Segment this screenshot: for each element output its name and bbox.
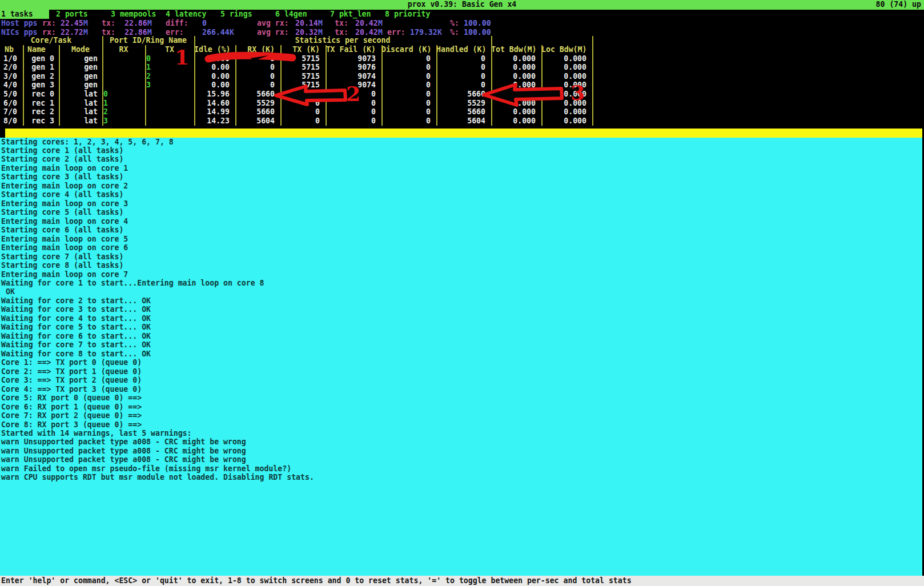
group-header: [491, 36, 592, 45]
table-cell: 0: [381, 81, 436, 90]
table-cell: 1/0: [0, 54, 23, 63]
stat-token: tx:: [335, 19, 348, 27]
log-line: Starting core 3 (all tasks): [1, 172, 123, 182]
table-cell: 0.000: [541, 107, 592, 117]
column-separator: [381, 45, 383, 126]
tab-7-pkt_len[interactable]: 7 pkt_len: [330, 10, 371, 19]
column-separator: [145, 45, 146, 126]
table-cell: 0: [280, 117, 326, 126]
table-cell: 0: [381, 99, 436, 108]
log-output: Starting cores: 1, 2, 3, 4, 5, 6, 7, 8St…: [0, 138, 922, 576]
stat-token: avg rx:: [257, 28, 289, 37]
log-line: Waiting for core 2 to start... OK: [1, 296, 151, 306]
table-cell: 7/0: [0, 107, 23, 117]
log-line: Waiting for core 6 to start... OK: [1, 332, 151, 341]
stat-token: %:: [450, 19, 459, 27]
table-cell: 0: [326, 107, 381, 117]
table-cell: 4/0: [0, 81, 23, 90]
log-line: Core 3: ==> TX port 2 (queue 0): [1, 376, 142, 385]
table-cell: 0.000: [491, 81, 541, 90]
log-line: warn CPU supports RDT but msr module not…: [1, 473, 314, 482]
column-separator: [491, 36, 492, 126]
column-header: Idle (%): [194, 45, 235, 54]
table-cell: 0: [381, 54, 436, 63]
log-line: Started with 14 warnings, last 5 warning…: [1, 429, 191, 438]
table-cell: 5660: [436, 90, 491, 99]
table-cell: 0: [381, 63, 436, 72]
log-line: Entering main loop on core 5: [1, 235, 128, 244]
table-cell: 0.00: [194, 72, 235, 81]
tab-8-priority[interactable]: 8 priority: [385, 10, 430, 19]
table-cell: rec 3: [23, 117, 59, 126]
stat-token: 179.32: [410, 28, 437, 37]
table-cell: 5529: [436, 99, 491, 108]
table-cell: 0: [436, 72, 491, 81]
prox-terminal-screen: prox v0.39: Basic Gen x4 80 (74) up 1 ta…: [0, 0, 924, 586]
table-cell: 0.000: [541, 54, 592, 63]
column-header: Discard (K): [381, 45, 436, 54]
table-cell: 1: [102, 99, 145, 108]
table-cell: rec 2: [23, 107, 59, 117]
table-cell: 0.000: [491, 54, 541, 63]
log-line: warn Unsupported packet type a008 - CRC …: [1, 455, 246, 464]
status-bar: Enter 'help' or command, <ESC> or 'quit'…: [0, 576, 924, 586]
annotation-number-2: 2: [346, 85, 360, 103]
table-cell: gen 3: [23, 81, 59, 90]
tab-5-rings[interactable]: 5 rings: [220, 10, 252, 19]
log-line: Entering main loop on core 2: [1, 182, 128, 191]
log-line: Entering main loop on core 6: [1, 243, 128, 252]
stat-token: 22.45: [61, 19, 83, 27]
column-separator: [541, 45, 543, 126]
table-cell: 3: [145, 81, 194, 90]
table-cell: 0: [235, 72, 280, 81]
stat-token: err:: [166, 28, 184, 37]
column-separator: [280, 45, 282, 126]
log-line: Waiting for core 1 to start...Entering m…: [1, 279, 264, 288]
table-cell: 0.000: [541, 117, 592, 126]
table-cell: 9074: [326, 72, 381, 81]
column-header: Mode: [59, 45, 102, 54]
app-title: prox v0.39: Basic Gen x4: [408, 0, 517, 9]
log-line: Core 8: RX port 3 (queue 0) ==>: [1, 420, 142, 430]
table-cell: 0: [235, 81, 280, 90]
stat-token: K: [230, 28, 234, 37]
column-header: Loc Bdw(M): [541, 45, 592, 54]
table-cell: 0.000: [491, 117, 541, 126]
log-line: Entering main loop on core 1: [1, 164, 128, 173]
table-cell: 0: [381, 107, 436, 117]
table-cell: 0.000: [491, 107, 541, 117]
stat-token: 22.72: [61, 28, 83, 37]
stat-token: M: [318, 28, 323, 37]
tab-4-latency[interactable]: 4 latency: [166, 10, 206, 19]
stat-token: 100.00: [464, 28, 491, 37]
stat-token: 20.32: [295, 28, 318, 37]
log-line: Core 6: RX port 1 (queue 0) ==>: [1, 403, 142, 412]
column-header: RX: [102, 45, 145, 54]
tab-3-mempools[interactable]: 3 mempools: [111, 10, 156, 19]
annotation-number-3: 3: [571, 83, 585, 102]
column-separator: [102, 36, 103, 126]
log-line: Starting core 4 (all tasks): [1, 190, 123, 199]
table-cell: 0.000: [541, 63, 592, 72]
stat-token: NICs pps: [1, 28, 38, 37]
table-cell: 2: [102, 107, 145, 117]
stat-token: K: [437, 28, 442, 37]
table-cell: 0: [436, 81, 491, 90]
tab-1-tasks[interactable]: 1 tasks: [0, 10, 49, 19]
tab-6-l4gen[interactable]: 6 l4gen: [275, 10, 307, 19]
table-cell: 14.23: [194, 117, 235, 126]
column-separator: [59, 45, 60, 126]
table-cell: 0.000: [491, 90, 541, 99]
table-cell: rec 1: [23, 99, 59, 108]
stat-token: 20.42: [355, 28, 378, 37]
stat-token: 266.44: [202, 28, 230, 37]
ports-up-indicator: 80 (74) up: [876, 0, 921, 9]
table-cell: 0.000: [541, 72, 592, 81]
stat-token: diff:: [166, 19, 188, 27]
table-cell: 0: [381, 90, 436, 99]
table-cell: gen: [59, 81, 102, 90]
table-cell: rec 0: [23, 90, 59, 99]
stat-token: 22.86: [124, 28, 147, 37]
tab-2-ports[interactable]: 2 ports: [56, 10, 88, 19]
table-cell: 5715: [280, 63, 326, 72]
